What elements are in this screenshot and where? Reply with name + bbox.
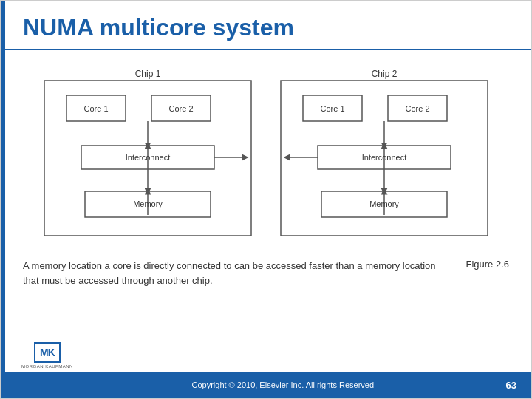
diagram-svg: Chip 1 Chip 2 Core 1 Core 2 Core 1 Core … xyxy=(37,62,495,247)
slide: NUMA multicore system Chip 1 Chip 2 Core… xyxy=(0,0,532,399)
svg-text:Chip 1: Chip 1 xyxy=(135,69,161,79)
svg-text:Core 1: Core 1 xyxy=(83,104,108,113)
svg-text:Core 1: Core 1 xyxy=(320,104,344,113)
content-row: A memory location a core is directly con… xyxy=(1,250,531,287)
figure-label: Figure 2.6 xyxy=(466,256,509,287)
svg-text:Chip 2: Chip 2 xyxy=(372,69,398,79)
slide-title: NUMA multicore system xyxy=(1,1,531,50)
svg-text:Core 2: Core 2 xyxy=(168,104,193,113)
footer-page-number: 63 xyxy=(506,380,516,391)
svg-text:Interconnect: Interconnect xyxy=(362,153,407,162)
svg-text:Core 2: Core 2 xyxy=(405,104,429,113)
footer-copyright: Copyright © 2010, Elsevier Inc. All righ… xyxy=(60,381,506,389)
svg-text:Memory: Memory xyxy=(133,200,163,208)
diagram-area: Chip 1 Chip 2 Core 1 Core 2 Core 1 Core … xyxy=(1,50,531,250)
numa-diagram: Chip 1 Chip 2 Core 1 Core 2 Core 1 Core … xyxy=(37,62,495,247)
svg-text:Memory: Memory xyxy=(369,200,399,208)
svg-text:Interconnect: Interconnect xyxy=(126,153,171,162)
footer: Copyright © 2010, Elsevier Inc. All righ… xyxy=(1,372,531,398)
mk-logo: MK MORGAN KAUFMANN xyxy=(21,342,73,369)
mk-logo-text: MK xyxy=(40,347,55,358)
description-text: A memory location a core is directly con… xyxy=(23,256,436,287)
mk-logo-box: MK xyxy=(34,342,61,363)
mk-logo-subtext: MORGAN KAUFMANN xyxy=(21,364,73,369)
